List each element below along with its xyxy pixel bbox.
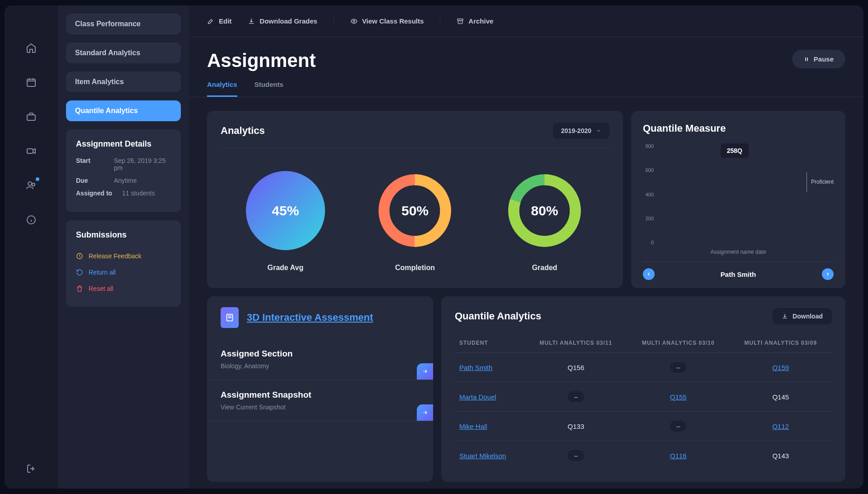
col-student: Student	[455, 333, 525, 353]
pause-button[interactable]: Pause	[792, 50, 845, 68]
donut-graded: 80% Graded	[505, 171, 584, 272]
snapshot-heading: Assignment Snapshot	[221, 390, 420, 400]
col-3: Multi analytics 03/09	[730, 333, 832, 353]
svg-point-4	[32, 183, 35, 186]
assigned-section-heading: Assigned Section	[221, 349, 420, 359]
info-icon[interactable]	[25, 214, 38, 226]
student-link[interactable]: Marta Douel	[459, 393, 496, 401]
score-link[interactable]: Q159	[772, 364, 789, 371]
donut-grade-avg: 45% Grade Avg	[246, 171, 325, 272]
svg-point-3	[28, 182, 32, 185]
release-feedback-button[interactable]: Release Feedback	[76, 248, 171, 264]
submissions-title: Submissions	[76, 230, 171, 240]
main-content: Edit Download Grades View Class Results …	[189, 5, 863, 489]
svg-rect-10	[807, 57, 808, 61]
reset-all-button[interactable]: Reset all	[76, 280, 171, 297]
analytics-card: Analytics 2019-2020 45%	[207, 111, 623, 288]
page-title: Assignment	[207, 50, 316, 71]
assessment-card: 3D Interactive Assessment Assigned Secti…	[207, 296, 433, 482]
empty-pill: –	[568, 450, 584, 461]
logout-icon[interactable]	[25, 462, 38, 475]
svg-rect-9	[805, 57, 806, 61]
sidebar-item-quantile-analytics[interactable]: Quantile Analytics	[66, 100, 181, 121]
snapshot-value: View Current Snapshot	[221, 404, 420, 411]
empty-pill: –	[670, 421, 686, 432]
student-link[interactable]: Path Smith	[459, 364, 492, 371]
svg-rect-2	[27, 149, 33, 153]
tab-analytics[interactable]: Analytics	[207, 81, 237, 97]
sidebar-item-class-performance[interactable]: Class Performance	[66, 14, 181, 34]
table-row: Path SmithQ156–Q159	[455, 353, 832, 382]
next-student-button[interactable]	[822, 268, 834, 280]
home-icon[interactable]	[25, 42, 38, 54]
donut-completion: 50% Completion	[375, 171, 454, 272]
table-row: Stuart Mikelson–Q116Q143	[455, 441, 832, 470]
student-link[interactable]: Stuart Mikelson	[459, 452, 506, 460]
prev-student-button[interactable]	[643, 268, 655, 280]
sidebar-item-standard-analytics[interactable]: Standard Analytics	[66, 43, 181, 63]
icon-rail	[5, 5, 58, 489]
quantile-measure-card: Quantile Measure 800 600 400 200 0	[631, 111, 845, 288]
sidebar: Class Performance Standard Analytics Ite…	[58, 5, 189, 489]
edit-button[interactable]: Edit	[207, 17, 231, 25]
score-link[interactable]: Q155	[670, 393, 687, 401]
archive-button[interactable]: Archive	[457, 17, 493, 25]
quantile-chart: 800 600 400 200 0	[643, 143, 834, 254]
separator	[334, 16, 334, 27]
col-1: Multi analytics 03/11	[525, 333, 627, 353]
score-link[interactable]: Q112	[772, 423, 789, 430]
quantile-table: Student Multi analytics 03/11 Multi anal…	[455, 333, 832, 470]
briefcase-icon[interactable]	[25, 110, 38, 123]
student-link[interactable]: Mike Hall	[459, 423, 487, 430]
section-arrow-button[interactable]	[417, 363, 433, 380]
col-2: Multi analytics 03/10	[627, 333, 729, 353]
calendar-icon[interactable]	[25, 76, 38, 89]
section-arrow-button[interactable]	[417, 404, 433, 421]
assigned-section-value: Biology, Anatomy	[221, 362, 420, 370]
empty-pill: –	[670, 362, 686, 373]
sidebar-item-item-analytics[interactable]: Item Analytics	[66, 71, 181, 92]
detail-start: Start Sep 26, 2019 3:25 pm	[76, 157, 171, 171]
topbar: Edit Download Grades View Class Results …	[189, 5, 863, 37]
proficient-label: Proficient	[811, 179, 834, 185]
quantile-analytics-card: Quantile Analytics Download Student Mult…	[441, 296, 845, 482]
detail-assigned-to: Assigned to 11 students	[76, 190, 171, 197]
svg-rect-0	[27, 79, 35, 86]
svg-rect-1	[27, 115, 35, 120]
year-dropdown[interactable]: 2019-2020	[553, 123, 609, 139]
video-icon[interactable]	[25, 145, 38, 157]
assignment-details-card: Assignment Details Start Sep 26, 2019 3:…	[66, 129, 181, 212]
users-icon[interactable]	[25, 179, 38, 192]
svg-point-7	[353, 20, 355, 22]
table-row: Marta Douel–Q155Q145	[455, 382, 832, 412]
view-class-results-button[interactable]: View Class Results	[350, 17, 424, 25]
tab-students[interactable]: Students	[255, 81, 283, 97]
svg-rect-8	[458, 19, 463, 20]
submissions-card: Submissions Release Feedback Return all …	[66, 220, 181, 307]
book-icon	[221, 307, 239, 328]
current-student-name: Path Smith	[721, 271, 756, 278]
assessment-title-link[interactable]: 3D Interactive Assessment	[247, 312, 373, 323]
return-all-button[interactable]: Return all	[76, 264, 171, 280]
chart-tooltip: 258Q	[721, 143, 749, 158]
quantile-measure-title: Quantile Measure	[643, 123, 834, 134]
tabs: Analytics Students	[189, 71, 863, 97]
quantile-analytics-title: Quantile Analytics	[455, 310, 541, 322]
download-grades-button[interactable]: Download Grades	[248, 17, 317, 25]
score-link[interactable]: Q116	[670, 452, 687, 460]
detail-due: Due Anytime	[76, 177, 171, 184]
assignment-details-title: Assignment Details	[76, 139, 171, 149]
download-button[interactable]: Download	[773, 308, 832, 324]
analytics-title: Analytics	[221, 125, 265, 137]
empty-pill: –	[568, 391, 584, 402]
table-row: Mike HallQ133–Q112	[455, 412, 832, 441]
chevron-down-icon	[596, 128, 601, 133]
separator	[440, 16, 440, 27]
